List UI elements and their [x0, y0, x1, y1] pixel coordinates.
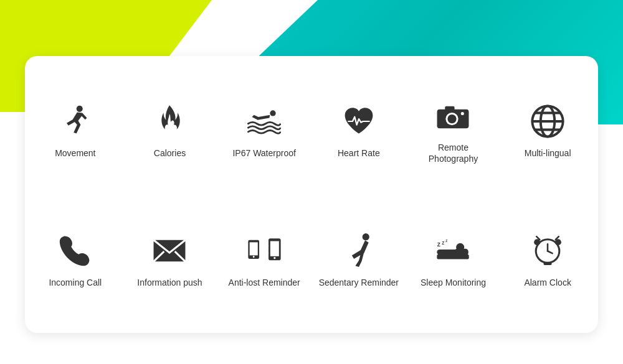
svg-point-6: [461, 111, 464, 114]
sleep-monitoring-label: Sleep Monitoring: [421, 277, 486, 288]
feature-remote-photography: Remote Photography: [409, 68, 498, 192]
sedentary-label: Sedentary Reminder: [319, 277, 399, 288]
feature-waterproof: IP67 Waterproof: [220, 68, 308, 192]
remote-photography-label: Remote Photography: [412, 142, 495, 164]
incoming-call-label: Incoming Call: [49, 277, 102, 288]
svg-point-19: [362, 233, 369, 240]
feature-heart-rate: Heart Rate: [315, 68, 403, 192]
alarm-icon: [530, 230, 565, 271]
alarm-clock-label: Alarm Clock: [524, 277, 571, 288]
calories-label: Calories: [154, 147, 186, 159]
anti-lost-label: Anti-lost Reminder: [229, 277, 300, 288]
features-card: Movement Calories: [25, 56, 598, 333]
globe-icon: [530, 101, 565, 141]
runner-icon: [58, 101, 93, 141]
svg-text:Z: Z: [442, 241, 445, 245]
feature-calories: Calories: [126, 68, 214, 192]
feature-sedentary: Sedentary Reminder: [315, 198, 403, 321]
svg-rect-14: [250, 243, 258, 256]
svg-point-0: [77, 105, 83, 111]
svg-point-15: [253, 256, 255, 258]
heart-rate-label: Heart Rate: [338, 147, 380, 159]
phone-icon: [58, 230, 93, 271]
feature-alarm-clock: Alarm Clock: [503, 198, 592, 321]
feature-information-push: Information push: [126, 198, 214, 321]
heart-rate-icon: [341, 101, 376, 141]
features-grid: Movement Calories: [31, 68, 592, 320]
svg-rect-33: [544, 263, 552, 265]
feature-anti-lost: Anti-lost Reminder: [220, 198, 308, 321]
multi-lingual-label: Multi-lingual: [525, 147, 571, 159]
feature-movement: Movement: [31, 68, 120, 192]
swimmer-icon: [247, 101, 282, 141]
feature-incoming-call: Incoming Call: [31, 198, 120, 321]
phone-transfer-icon: [247, 230, 282, 271]
svg-point-18: [273, 257, 275, 259]
svg-text:Z: Z: [446, 240, 448, 243]
camera-icon: [435, 95, 470, 136]
waterproof-label: IP67 Waterproof: [232, 147, 295, 159]
svg-point-1: [270, 110, 275, 116]
svg-rect-17: [270, 241, 279, 256]
envelope-icon: [152, 230, 187, 271]
svg-rect-5: [445, 106, 455, 110]
information-push-label: Information push: [137, 277, 202, 288]
movement-label: Movement: [55, 147, 95, 159]
svg-text:Z: Z: [437, 242, 440, 248]
sleep-icon: Z Z Z: [435, 230, 470, 271]
feature-sleep-monitoring: Z Z Z Sleep Monitoring: [409, 198, 498, 321]
svg-point-23: [457, 243, 465, 251]
flame-icon: [152, 101, 187, 141]
sedentary-icon: [341, 230, 376, 271]
svg-point-4: [448, 114, 457, 123]
svg-rect-22: [437, 250, 458, 254]
feature-multi-lingual: Multi-lingual: [503, 68, 592, 192]
